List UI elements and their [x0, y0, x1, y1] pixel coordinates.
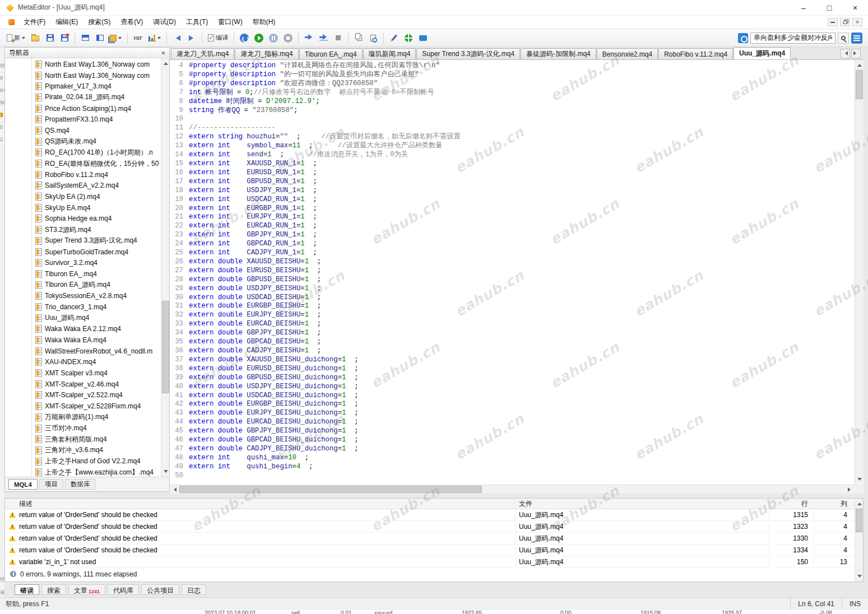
tree-item[interactable]: Pirate_02.04.18_源码.mq4	[5, 92, 169, 103]
scroll-left-icon[interactable]	[170, 485, 178, 494]
menu-item[interactable]: 文件(F)	[18, 16, 50, 29]
tree-item[interactable]: Trio_dancer3_1.mq4	[5, 301, 169, 313]
error-row[interactable]: return value of 'OrderSend' should be ch…	[5, 509, 863, 521]
code-editor[interactable]: 4 #property description "计算机及网络也存在间接风险,任…	[170, 60, 855, 485]
panel-tab[interactable]: 日志	[182, 584, 206, 595]
panel-tab[interactable]: 公共项目	[141, 584, 179, 595]
tree-item[interactable]: ST3.2源码.mq4	[5, 224, 169, 235]
chat-button[interactable]	[416, 31, 430, 45]
tree-item[interactable]: RoboFibo v.11.2.mq4	[5, 169, 169, 180]
back-button[interactable]	[170, 31, 184, 45]
panel-tab[interactable]: 文章1241	[68, 584, 105, 595]
scroll-down-icon[interactable]	[855, 573, 864, 582]
tree-item[interactable]: QS.mq4	[5, 125, 169, 136]
scrollbar-thumb[interactable]	[162, 301, 169, 393]
scroll-up-icon[interactable]	[855, 60, 864, 68]
panel-tab[interactable]: 错误	[15, 584, 39, 595]
scroll-down-icon[interactable]	[855, 476, 864, 485]
errors-scrollbar[interactable]	[855, 499, 863, 582]
editor-tab[interactable]: RoboFibo v.11.2.mq4	[658, 48, 733, 59]
scrollbar-thumb[interactable]	[856, 509, 862, 532]
community-button[interactable]	[402, 31, 415, 45]
navigator-tab[interactable]: 项目	[39, 479, 63, 490]
debug-restart-button[interactable]	[238, 31, 251, 45]
tree-item[interactable]: QS源码未改.mq4	[5, 136, 169, 147]
debug-stop-button[interactable]	[281, 31, 295, 45]
break-button[interactable]	[331, 31, 345, 45]
menu-item[interactable]: 窗口(W)	[213, 16, 247, 29]
navigator-tab[interactable]: 数据库	[65, 479, 96, 490]
tree-item[interactable]: North East Way1.306_Norway com	[5, 59, 169, 70]
column-col[interactable]: 列	[814, 499, 854, 509]
scroll-right-icon[interactable]	[846, 485, 855, 494]
tree-item[interactable]: SailSystemEA_v2.2.mq4	[5, 180, 169, 192]
column-line[interactable]: 行	[769, 499, 814, 509]
debug-start-button[interactable]	[252, 31, 266, 45]
tree-item[interactable]: XMT Scalper v3.mq4	[5, 368, 169, 379]
menu-item[interactable]: 搜索(S)	[83, 16, 115, 29]
tree-item[interactable]: XMT-Scalper_v2.522.mq4	[5, 390, 169, 401]
editor-tab[interactable]: Bensonxie2.mq4	[597, 48, 658, 59]
navigator-close-button[interactable]: ×	[161, 49, 165, 57]
panel-tab[interactable]: 代码库	[108, 584, 139, 595]
error-row[interactable]: return value of 'OrderSend' should be ch…	[5, 545, 863, 556]
save-button[interactable]	[43, 31, 57, 45]
tab-scroll-left-button[interactable]	[841, 49, 850, 58]
tree-item[interactable]: Tiburon EA_.mq4	[5, 268, 169, 280]
tree-item[interactable]: XMT-Scalper_v2.46.mq4	[5, 379, 169, 390]
tree-item[interactable]: SuperTurboGoldTrader.mq4	[5, 246, 169, 258]
tree-item[interactable]: SkyUp EA (2).mq4	[5, 191, 169, 202]
tree-item[interactable]: 三角套利稍简版.mq4	[5, 434, 169, 445]
step-over-button[interactable]	[317, 31, 330, 45]
mdi-close-button[interactable]: ×	[852, 18, 862, 26]
search-scope-button[interactable]	[851, 32, 862, 44]
tree-item[interactable]: North East Way1.306_Norway com	[5, 70, 169, 81]
scroll-up-icon[interactable]	[161, 58, 169, 67]
tree-item[interactable]: SkyUp EA.mq4	[5, 202, 169, 213]
editor-tab[interactable]: 暴徒源码-加限制.mq4	[521, 48, 596, 59]
menu-item[interactable]: 帮助(H)	[248, 16, 281, 29]
minimize-button[interactable]: –	[791, 0, 816, 15]
tree-item[interactable]: PropatternFX3.10.mq4	[5, 114, 169, 125]
scrollbar-thumb[interactable]	[179, 486, 482, 493]
tree-item[interactable]: Waka Waka EA 2.12.mq4	[5, 324, 169, 335]
new-file-button[interactable]: 新	[4, 31, 27, 45]
navigator-scrollbar[interactable]	[161, 58, 169, 477]
navigator-tab[interactable]: MQL4	[8, 479, 38, 490]
column-desc[interactable]: 描述	[5, 499, 516, 509]
marker-button[interactable]	[387, 31, 401, 45]
tree-item[interactable]: Survivor_3.2.mq4	[5, 257, 169, 268]
copy-button[interactable]	[352, 31, 365, 45]
tree-item[interactable]: 三币对冲.mq4	[5, 423, 169, 434]
save-all-button[interactable]	[58, 31, 71, 45]
tree-item[interactable]: 三角对冲_v3.6.mq4	[5, 445, 169, 456]
editor-tab[interactable]: Uuu_源码.mq4	[734, 47, 791, 59]
maximize-button[interactable]: □	[816, 0, 842, 15]
editor-hscrollbar[interactable]	[170, 485, 855, 494]
editor-tab[interactable]: 屠龙刀_天玑.mq4	[171, 48, 234, 59]
open-file-button[interactable]	[29, 31, 42, 45]
tree-item[interactable]: 上帝之手【www.eazhijia.com】.mq4	[5, 467, 169, 477]
preview-button[interactable]	[366, 31, 380, 45]
editor-tab[interactable]: 屠龙刀_指标.mq4	[235, 48, 298, 59]
editor-tab[interactable]: 璇玑新闻.mq4	[363, 48, 416, 59]
search-button[interactable]	[838, 32, 849, 44]
editor-tab[interactable]: Tiburon EA_.mq4	[299, 48, 363, 59]
mdi-minimize-button[interactable]	[828, 18, 838, 26]
mdi-restore-button[interactable]	[840, 18, 850, 26]
toggle-navigator-button[interactable]	[78, 31, 92, 45]
editor-vscrollbar[interactable]	[855, 60, 864, 485]
tree-item[interactable]: XAU-iNDEX.mq4	[5, 357, 169, 368]
tree-item[interactable]: Price Action Scalping(1).mq4	[5, 103, 169, 114]
search-input[interactable]	[750, 32, 835, 44]
forward-button[interactable]	[185, 31, 198, 45]
scroll-down-icon[interactable]	[161, 468, 169, 477]
tree-item[interactable]: RO_EA(1700 41单)（1小时周期）.n	[5, 147, 169, 159]
tree-item[interactable]: 上帝之手Hand of God V2.2.mq4	[5, 456, 169, 467]
debug-pause-button[interactable]	[267, 31, 280, 45]
tree-item[interactable]: RO_EA(最终版稍微优化，15分钟，50	[5, 158, 169, 169]
error-row[interactable]: variable 'zi_in_1' not used Uuu_源码.mq4 1…	[5, 556, 863, 568]
scrollbar-thumb[interactable]	[856, 70, 863, 99]
tab-scroll-right-button[interactable]	[851, 49, 861, 58]
panel-tab[interactable]: 搜索	[41, 584, 66, 595]
